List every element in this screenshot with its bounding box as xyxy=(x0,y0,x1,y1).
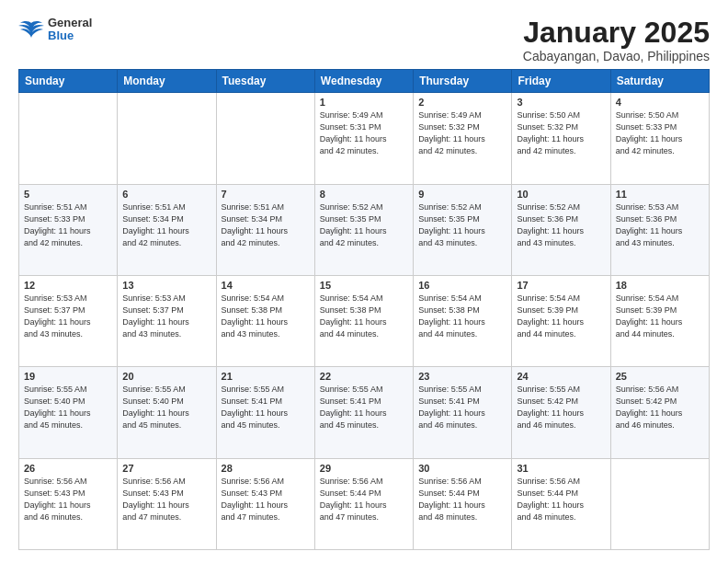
day-info: Sunrise: 5:54 AM Sunset: 5:39 PM Dayligh… xyxy=(616,293,704,340)
day-number: 25 xyxy=(616,371,704,382)
calendar-cell: 15Sunrise: 5:54 AM Sunset: 5:38 PM Dayli… xyxy=(314,275,413,366)
day-number: 27 xyxy=(122,463,210,474)
day-number: 15 xyxy=(320,280,408,291)
day-info: Sunrise: 5:52 AM Sunset: 5:35 PM Dayligh… xyxy=(418,201,506,249)
calendar-header-row: SundayMondayTuesdayWednesdayThursdayFrid… xyxy=(19,70,710,93)
day-info: Sunrise: 5:50 AM Sunset: 5:32 PM Dayligh… xyxy=(517,109,605,157)
day-number: 7 xyxy=(222,189,310,200)
day-info: Sunrise: 5:51 AM Sunset: 5:34 PM Dayligh… xyxy=(222,201,310,249)
calendar-header-tuesday: Tuesday xyxy=(216,70,314,93)
calendar-cell: 24Sunrise: 5:55 AM Sunset: 5:42 PM Dayli… xyxy=(512,367,610,458)
calendar-cell: 20Sunrise: 5:55 AM Sunset: 5:40 PM Dayli… xyxy=(118,367,216,458)
day-number: 29 xyxy=(320,463,408,474)
day-number: 22 xyxy=(320,371,408,382)
day-info: Sunrise: 5:55 AM Sunset: 5:42 PM Dayligh… xyxy=(517,384,605,431)
logo-blue-text: Blue xyxy=(48,29,92,42)
day-info: Sunrise: 5:55 AM Sunset: 5:40 PM Dayligh… xyxy=(122,384,210,431)
day-info: Sunrise: 5:54 AM Sunset: 5:38 PM Dayligh… xyxy=(418,293,506,340)
logo: General Blue xyxy=(18,17,92,43)
calendar-cell: 19Sunrise: 5:55 AM Sunset: 5:40 PM Dayli… xyxy=(19,367,118,458)
day-number: 21 xyxy=(222,371,310,382)
calendar-cell: 29Sunrise: 5:56 AM Sunset: 5:44 PM Dayli… xyxy=(314,458,413,549)
calendar-cell: 21Sunrise: 5:55 AM Sunset: 5:41 PM Dayli… xyxy=(216,367,314,458)
calendar-header-monday: Monday xyxy=(118,70,216,93)
day-info: Sunrise: 5:54 AM Sunset: 5:38 PM Dayligh… xyxy=(222,293,310,340)
header: General Blue January 2025 Cabayangan, Da… xyxy=(18,17,710,63)
calendar-cell xyxy=(19,93,118,184)
calendar-cell: 25Sunrise: 5:56 AM Sunset: 5:42 PM Dayli… xyxy=(610,367,709,458)
day-info: Sunrise: 5:55 AM Sunset: 5:41 PM Dayligh… xyxy=(418,384,506,431)
calendar-week-row: 12Sunrise: 5:53 AM Sunset: 5:37 PM Dayli… xyxy=(19,275,710,366)
day-number: 19 xyxy=(24,371,112,382)
calendar-cell: 9Sunrise: 5:52 AM Sunset: 5:35 PM Daylig… xyxy=(414,184,512,275)
calendar-cell: 2Sunrise: 5:49 AM Sunset: 5:32 PM Daylig… xyxy=(414,93,512,184)
calendar-cell: 12Sunrise: 5:53 AM Sunset: 5:37 PM Dayli… xyxy=(19,275,118,366)
day-number: 2 xyxy=(418,97,506,108)
day-info: Sunrise: 5:52 AM Sunset: 5:36 PM Dayligh… xyxy=(517,201,605,249)
day-info: Sunrise: 5:56 AM Sunset: 5:44 PM Dayligh… xyxy=(320,476,408,523)
calendar-cell: 5Sunrise: 5:51 AM Sunset: 5:33 PM Daylig… xyxy=(19,184,118,275)
day-info: Sunrise: 5:53 AM Sunset: 5:37 PM Dayligh… xyxy=(122,293,210,340)
day-info: Sunrise: 5:54 AM Sunset: 5:39 PM Dayligh… xyxy=(517,293,605,340)
calendar-cell: 14Sunrise: 5:54 AM Sunset: 5:38 PM Dayli… xyxy=(216,275,314,366)
calendar-table: SundayMondayTuesdayWednesdayThursdayFrid… xyxy=(18,69,710,550)
day-number: 28 xyxy=(222,463,310,474)
calendar-cell: 17Sunrise: 5:54 AM Sunset: 5:39 PM Dayli… xyxy=(512,275,610,366)
day-info: Sunrise: 5:55 AM Sunset: 5:41 PM Dayligh… xyxy=(222,384,310,431)
calendar-header-friday: Friday xyxy=(512,70,610,93)
calendar-header-saturday: Saturday xyxy=(610,70,709,93)
day-number: 6 xyxy=(122,189,210,200)
day-number: 18 xyxy=(616,280,704,291)
day-number: 31 xyxy=(517,463,605,474)
day-number: 16 xyxy=(418,280,506,291)
calendar-cell: 26Sunrise: 5:56 AM Sunset: 5:43 PM Dayli… xyxy=(19,458,118,549)
calendar-cell: 23Sunrise: 5:55 AM Sunset: 5:41 PM Dayli… xyxy=(414,367,512,458)
day-info: Sunrise: 5:56 AM Sunset: 5:42 PM Dayligh… xyxy=(616,384,704,431)
calendar-cell: 13Sunrise: 5:53 AM Sunset: 5:37 PM Dayli… xyxy=(118,275,216,366)
calendar-cell: 11Sunrise: 5:53 AM Sunset: 5:36 PM Dayli… xyxy=(610,184,709,275)
day-number: 23 xyxy=(418,371,506,382)
day-info: Sunrise: 5:56 AM Sunset: 5:44 PM Dayligh… xyxy=(517,476,605,523)
calendar-cell xyxy=(118,93,216,184)
calendar-cell: 22Sunrise: 5:55 AM Sunset: 5:41 PM Dayli… xyxy=(314,367,413,458)
day-info: Sunrise: 5:49 AM Sunset: 5:32 PM Dayligh… xyxy=(418,109,506,157)
calendar-cell: 16Sunrise: 5:54 AM Sunset: 5:38 PM Dayli… xyxy=(414,275,512,366)
logo-general-text: General xyxy=(48,17,92,29)
calendar-header-wednesday: Wednesday xyxy=(314,70,413,93)
logo-bird-icon xyxy=(18,19,44,40)
day-number: 26 xyxy=(24,463,112,474)
day-number: 17 xyxy=(517,280,605,291)
day-info: Sunrise: 5:51 AM Sunset: 5:34 PM Dayligh… xyxy=(122,201,210,249)
day-number: 14 xyxy=(222,280,310,291)
day-number: 13 xyxy=(122,280,210,291)
calendar-week-row: 26Sunrise: 5:56 AM Sunset: 5:43 PM Dayli… xyxy=(19,458,710,549)
day-number: 5 xyxy=(24,189,112,200)
day-number: 10 xyxy=(517,189,605,200)
day-number: 4 xyxy=(616,97,704,108)
calendar-week-row: 19Sunrise: 5:55 AM Sunset: 5:40 PM Dayli… xyxy=(19,367,710,458)
calendar-header-sunday: Sunday xyxy=(19,70,118,93)
location: Cabayangan, Davao, Philippines xyxy=(523,49,710,63)
day-number: 3 xyxy=(517,97,605,108)
day-info: Sunrise: 5:53 AM Sunset: 5:37 PM Dayligh… xyxy=(24,293,112,340)
day-info: Sunrise: 5:50 AM Sunset: 5:33 PM Dayligh… xyxy=(616,109,704,157)
calendar-cell: 31Sunrise: 5:56 AM Sunset: 5:44 PM Dayli… xyxy=(512,458,610,549)
day-info: Sunrise: 5:55 AM Sunset: 5:40 PM Dayligh… xyxy=(24,384,112,431)
day-number: 11 xyxy=(616,189,704,200)
title-block: January 2025 Cabayangan, Davao, Philippi… xyxy=(523,17,710,63)
day-info: Sunrise: 5:56 AM Sunset: 5:43 PM Dayligh… xyxy=(24,476,112,523)
page: General Blue January 2025 Cabayangan, Da… xyxy=(0,0,728,563)
day-number: 30 xyxy=(418,463,506,474)
day-number: 24 xyxy=(517,371,605,382)
calendar-cell: 1Sunrise: 5:49 AM Sunset: 5:31 PM Daylig… xyxy=(314,93,413,184)
calendar-cell: 3Sunrise: 5:50 AM Sunset: 5:32 PM Daylig… xyxy=(512,93,610,184)
calendar-cell: 6Sunrise: 5:51 AM Sunset: 5:34 PM Daylig… xyxy=(118,184,216,275)
day-number: 8 xyxy=(320,189,408,200)
calendar-cell: 28Sunrise: 5:56 AM Sunset: 5:43 PM Dayli… xyxy=(216,458,314,549)
day-number: 12 xyxy=(24,280,112,291)
calendar-cell: 7Sunrise: 5:51 AM Sunset: 5:34 PM Daylig… xyxy=(216,184,314,275)
day-info: Sunrise: 5:53 AM Sunset: 5:36 PM Dayligh… xyxy=(616,201,704,249)
day-info: Sunrise: 5:49 AM Sunset: 5:31 PM Dayligh… xyxy=(320,109,408,157)
calendar-cell: 8Sunrise: 5:52 AM Sunset: 5:35 PM Daylig… xyxy=(314,184,413,275)
day-number: 20 xyxy=(122,371,210,382)
